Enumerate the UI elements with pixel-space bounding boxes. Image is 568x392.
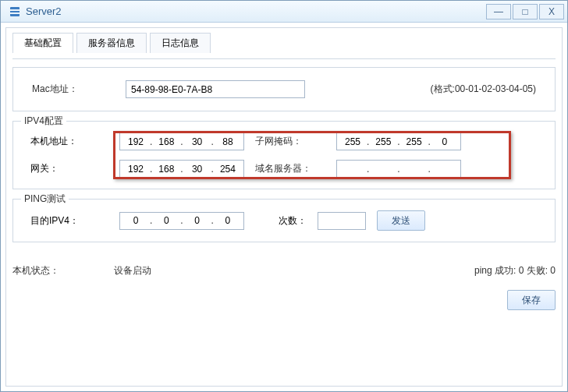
mask-octet-4[interactable] bbox=[435, 136, 455, 148]
mask-octet-2[interactable] bbox=[373, 136, 393, 148]
dns-label: 域名服务器： bbox=[255, 162, 318, 175]
local-status-value: 设备启动 bbox=[114, 264, 474, 277]
dns-input[interactable]: . . . bbox=[336, 160, 461, 178]
mac-input[interactable] bbox=[126, 80, 305, 98]
minimize-icon: — bbox=[494, 6, 503, 17]
tab-bar: 基础配置 服务器信息 日志信息 bbox=[12, 33, 556, 53]
ping-target-input[interactable]: . . . bbox=[119, 212, 244, 230]
app-icon bbox=[9, 5, 21, 18]
gw-octet-3[interactable] bbox=[187, 163, 208, 175]
dns-octet-4[interactable] bbox=[435, 163, 455, 175]
ping-count-label: 次数： bbox=[279, 214, 307, 228]
ping-count-input[interactable] bbox=[318, 212, 366, 230]
close-button[interactable]: X bbox=[539, 4, 564, 19]
window-title: Server2 bbox=[26, 5, 485, 17]
gateway-label: 网关： bbox=[30, 162, 108, 175]
local-ip-octet-1[interactable] bbox=[126, 136, 146, 148]
ipv4-legend: IPV4配置 bbox=[21, 115, 66, 128]
ping-send-button[interactable]: 发送 bbox=[377, 210, 425, 231]
gateway-input[interactable]: . . . bbox=[119, 160, 244, 178]
tab-basic-config[interactable]: 基础配置 bbox=[12, 33, 73, 53]
ping-legend: PING测试 bbox=[21, 192, 69, 206]
ipv4-group: IPV4配置 本机地址： . . . 子网掩码： . . . bbox=[12, 121, 556, 189]
maximize-button[interactable]: □ bbox=[513, 4, 538, 19]
local-ip-octet-2[interactable] bbox=[156, 136, 176, 148]
mac-panel: Mac地址： (格式:00-01-02-03-04-05) bbox=[12, 67, 556, 111]
tab-server-info[interactable]: 服务器信息 bbox=[76, 33, 147, 53]
subnet-mask-label: 子网掩码： bbox=[255, 135, 318, 148]
ping-octet-4[interactable] bbox=[218, 214, 238, 227]
content-panel: 基础配置 服务器信息 日志信息 Mac地址： (格式:00-01-02-03-0… bbox=[5, 27, 563, 387]
mac-format-hint: (格式:00-01-02-03-04-05) bbox=[431, 83, 536, 96]
local-ip-octet-4[interactable] bbox=[218, 136, 238, 148]
save-button[interactable]: 保存 bbox=[507, 290, 556, 310]
gw-octet-2[interactable] bbox=[156, 163, 176, 175]
subnet-mask-input[interactable]: . . . bbox=[336, 132, 461, 150]
ping-octet-3[interactable] bbox=[187, 214, 208, 227]
ping-octet-2[interactable] bbox=[156, 214, 176, 227]
client-area: 基础配置 服务器信息 日志信息 Mac地址： (格式:00-01-02-03-0… bbox=[1, 23, 567, 391]
local-ip-octet-3[interactable] bbox=[187, 136, 208, 148]
dns-octet-2[interactable] bbox=[373, 163, 393, 175]
mask-octet-1[interactable] bbox=[343, 136, 363, 148]
gw-octet-4[interactable] bbox=[218, 163, 238, 175]
local-ip-input[interactable]: . . . bbox=[119, 132, 244, 150]
maximize-icon: □ bbox=[522, 6, 527, 17]
local-status-label: 本机状态： bbox=[12, 264, 114, 277]
titlebar: Server2 — □ X bbox=[1, 1, 567, 23]
ping-result-value: ping 成功: 0 失败: 0 bbox=[474, 264, 556, 277]
mask-octet-3[interactable] bbox=[404, 136, 424, 148]
window: Server2 — □ X 基础配置 服务器信息 日志信息 Mac地址： (格式… bbox=[0, 0, 568, 392]
local-ip-label: 本机地址： bbox=[30, 135, 108, 148]
ping-target-label: 目的IPV4： bbox=[30, 214, 108, 228]
minimize-button[interactable]: — bbox=[486, 4, 511, 19]
mac-label: Mac地址： bbox=[32, 83, 126, 96]
dns-octet-1[interactable] bbox=[343, 163, 363, 175]
ping-group: PING测试 目的IPV4： . . . 次数： 发送 bbox=[12, 199, 556, 242]
status-row: 本机状态： 设备启动 ping 成功: 0 失败: 0 bbox=[12, 264, 556, 277]
tab-log-info[interactable]: 日志信息 bbox=[150, 33, 211, 53]
close-icon: X bbox=[548, 6, 555, 17]
dns-octet-3[interactable] bbox=[404, 163, 424, 175]
gw-octet-1[interactable] bbox=[126, 163, 146, 175]
ping-octet-1[interactable] bbox=[126, 214, 146, 227]
